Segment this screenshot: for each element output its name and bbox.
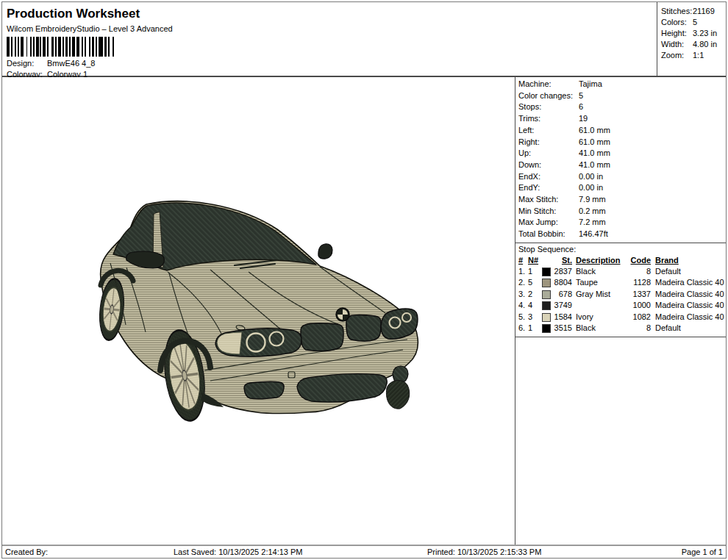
thread-code: 1337 [621,289,651,301]
machine-info-row: Stops: 6 [518,101,726,113]
stop-stitches: 3515 [552,323,572,334]
machine-info-row: Left: 61.0 mm [518,125,726,137]
stop-sequence-row: 2. 5 8804 Taupe 1128 Madeira Classic 40 [518,277,726,289]
machine-info-row: Machine: Tajima [518,79,726,90]
stop-needle: 5 [528,277,542,289]
thread-color-swatch [542,279,551,287]
thread-code: 8 [621,323,651,334]
thread-brand: Madeira Classic 40 [651,277,726,289]
machine-info-label: Color changes: [518,90,579,102]
stop-sequence-row: 1. 1 2837 Black 8 Default [518,266,726,278]
thread-code: 8 [621,266,651,278]
design-value: BmwE46 4_8 [47,59,95,68]
bmw-roundel [336,308,349,321]
kidney-grille-left [301,323,343,351]
machine-info-value: 6 [579,101,583,113]
machine-info-label: Left: [518,125,579,137]
machine-info-value: 61.0 mm [579,137,610,148]
thread-description: Ivory [572,312,621,323]
col-code: Code [631,256,652,265]
col-description: Description [576,256,621,265]
info-panel: Machine: Tajima Color changes: 5 Stops: … [515,77,726,545]
stat-label: Height: [661,28,693,39]
stop-sequence-row: 3. 2 678 Gray Mist 1337 Madeira Classic … [518,289,726,301]
stat-label: Colors: [661,17,693,28]
stop-stitches: 8804 [552,277,572,289]
thread-color-swatch [542,290,551,299]
thread-description: Black [572,266,621,278]
machine-info: Machine: Tajima Color changes: 5 Stops: … [515,77,726,243]
stat-row: Height: 3.23 in [661,28,726,39]
thread-brand: Madeira Classic 40 [651,300,726,312]
design-preview [91,195,437,427]
machine-info-row: EndY: 0.00 in [518,182,726,194]
thread-brand: Madeira Classic 40 [651,312,726,323]
design-label: Design: [7,59,47,68]
machine-info-value: 19 [579,113,588,125]
col-n: N# [528,256,538,265]
machine-info-label: Down: [518,159,579,171]
stop-seq: 4. [518,300,528,312]
stop-needle: 1 [528,323,542,334]
thread-color-swatch [542,324,551,333]
machine-info-label: Trims: [518,113,579,125]
machine-info-row: Color changes: 5 [518,90,726,102]
created-by: Created By: [2,548,174,556]
machine-info-value: 7.9 mm [579,194,606,206]
thread-color-swatch [542,301,551,310]
thread-code: 1000 [621,300,651,312]
machine-info-label: Min Stitch: [518,206,579,218]
thread-description: Gray Mist [572,289,621,301]
machine-info-value: 0.00 in [579,171,603,183]
machine-info-row: Min Stitch: 0.2 mm [518,206,726,218]
bumper-intake-left [244,381,284,399]
machine-info-row: Down: 41.0 mm [518,159,726,171]
barcode [7,37,652,57]
machine-info-value: 0.00 in [579,182,603,194]
design-canvas [2,77,515,545]
machine-info-value: 0.2 mm [579,206,606,218]
stop-seq: 5. [518,312,528,323]
kidney-grille-right [346,315,381,342]
stop-sequence-title: Stop Sequence: [518,244,726,255]
stop-sequence-header: # N# St. Description Code Brand [518,255,726,266]
stat-row: Stitches: 21169 [661,6,726,17]
stop-sequence-row: 5. 3 1584 Ivory 1082 Madeira Classic 40 [518,312,726,323]
machine-info-row: Total Bobbin: 146.47ft [518,229,726,240]
machine-info-label: Up: [518,148,579,159]
stop-seq: 2. [518,277,528,289]
stop-sequence-rows: 1. 1 2837 Black 8 Default 2. 5 [518,266,726,334]
machine-info-row: Max Jump: 7.2 mm [518,217,726,229]
machine-info-row: EndX: 0.00 in [518,171,726,183]
design-row: Design: BmwE46 4_8 [7,59,652,68]
col-brand: Brand [655,256,679,265]
stat-value: 1:1 [693,50,704,61]
machine-info-value: 61.0 mm [579,125,610,137]
machine-info-value: 41.0 mm [579,148,610,159]
stop-stitches: 2837 [552,266,572,278]
thread-code: 1082 [621,312,651,323]
thread-color-swatch [542,268,551,276]
thread-description: Taupe [572,277,621,289]
stop-needle: 1 [528,266,542,278]
machine-info-value: 7.2 mm [579,217,606,229]
machine-info-row: Up: 41.0 mm [518,148,726,159]
col-seq: # [518,256,523,265]
machine-info-label: Right: [518,137,579,148]
printed: Printed: 10/13/2025 2:15:33 PM [427,548,682,556]
stop-sequence: Stop Sequence: # N# St. Description Code… [515,243,726,337]
worksheet-header: Production Worksheet Wilcom EmbroiderySt… [2,2,726,77]
right-mirror [318,244,332,259]
machine-info-row: Right: 61.0 mm [518,137,726,148]
stat-label: Width: [661,39,693,50]
stat-row: Colors: 5 [661,17,726,28]
thread-description: Black [572,323,621,334]
stop-sequence-row: 4. 4 3749 1000 Madeira Classic 40 [518,300,726,312]
software-name: Wilcom EmbroideryStudio – Level 3 Advanc… [7,24,652,33]
stop-needle: 2 [528,289,542,301]
machine-info-label: Max Stitch: [518,194,579,206]
machine-info-label: Machine: [518,79,579,90]
header-left: Production Worksheet Wilcom EmbroiderySt… [2,2,657,76]
stop-stitches: 1584 [552,312,572,323]
stop-stitches: 678 [552,289,572,301]
